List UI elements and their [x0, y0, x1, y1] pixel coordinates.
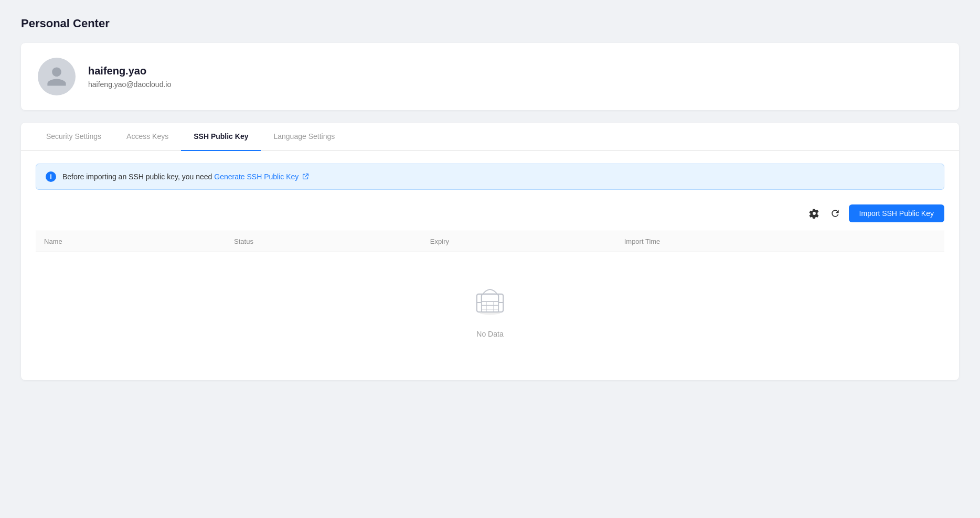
- col-expiry: Expiry: [422, 231, 616, 252]
- import-ssh-public-key-button[interactable]: Import SSH Public Key: [849, 204, 944, 222]
- info-icon: i: [46, 171, 56, 182]
- tab-access-keys[interactable]: Access Keys: [114, 123, 181, 151]
- generate-ssh-link[interactable]: Generate SSH Public Key: [214, 172, 309, 181]
- gear-icon: [809, 208, 819, 219]
- ssh-keys-table: Name Status Expiry Import Time: [36, 231, 944, 252]
- toolbar: Import SSH Public Key: [36, 204, 944, 222]
- profile-info: haifeng.yao haifeng.yao@daocloud.io: [88, 65, 171, 89]
- profile-card: haifeng.yao haifeng.yao@daocloud.io: [21, 43, 959, 110]
- col-actions: [902, 231, 944, 252]
- refresh-icon-button[interactable]: [828, 206, 843, 221]
- tabs-container: Security Settings Access Keys SSH Public…: [21, 123, 959, 151]
- email: haifeng.yao@daocloud.io: [88, 80, 171, 89]
- col-status: Status: [226, 231, 422, 252]
- generate-ssh-link-text: Generate SSH Public Key: [214, 172, 299, 181]
- page-title: Personal Center: [21, 17, 959, 30]
- empty-state: No Data: [36, 252, 944, 359]
- tab-content: i Before importing an SSH public key, yo…: [21, 151, 959, 380]
- no-data-text: No Data: [476, 330, 503, 338]
- table-header-row: Name Status Expiry Import Time: [36, 231, 944, 252]
- avatar: [38, 58, 76, 95]
- main-card: Security Settings Access Keys SSH Public…: [21, 123, 959, 380]
- col-name: Name: [36, 231, 226, 252]
- external-link-icon: [302, 173, 309, 180]
- no-data-icon: [471, 284, 509, 321]
- tab-ssh-public-key[interactable]: SSH Public Key: [181, 123, 261, 151]
- info-banner: i Before importing an SSH public key, yo…: [36, 164, 944, 190]
- banner-static-text: Before importing an SSH public key, you …: [62, 172, 214, 181]
- col-import-time: Import Time: [616, 231, 902, 252]
- svg-rect-2: [482, 301, 498, 312]
- user-icon: [45, 65, 68, 88]
- username: haifeng.yao: [88, 65, 171, 77]
- tab-language-settings[interactable]: Language Settings: [261, 123, 347, 151]
- banner-text: Before importing an SSH public key, you …: [62, 172, 309, 181]
- settings-icon-button[interactable]: [807, 206, 822, 221]
- tab-security-settings[interactable]: Security Settings: [34, 123, 114, 151]
- refresh-icon: [830, 208, 840, 219]
